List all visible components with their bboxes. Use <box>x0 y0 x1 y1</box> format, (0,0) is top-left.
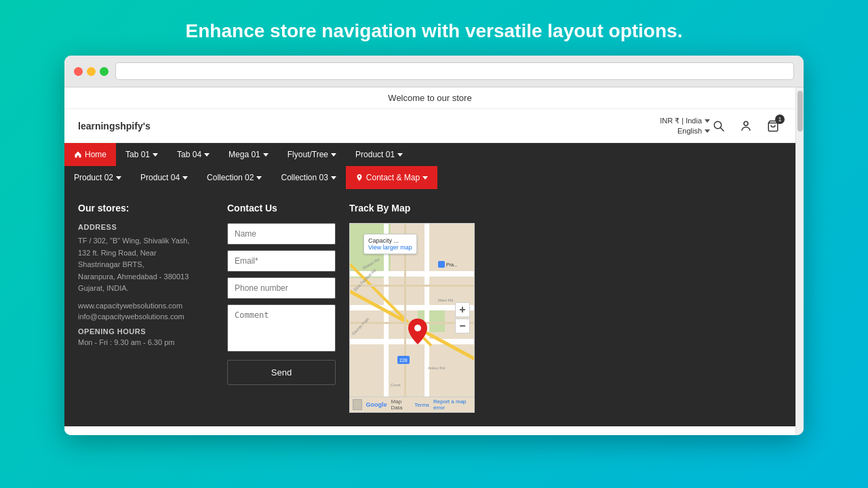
welcome-bar: Welcome to our store <box>64 87 795 109</box>
nav-contact-map-chevron-icon <box>422 176 428 180</box>
nav-tab01[interactable]: Tab 01 <box>116 143 167 166</box>
contact-form-title: Contact Us <box>227 203 336 214</box>
svg-text:Pra...: Pra... <box>446 262 458 267</box>
nav-product02[interactable]: Product 02 <box>64 166 131 189</box>
address-bar[interactable] <box>115 62 794 80</box>
close-dot[interactable] <box>74 67 83 76</box>
page-headline: Enhance store navigation with versatile … <box>186 20 683 42</box>
map-zoom-in-button[interactable]: + <box>455 302 470 317</box>
comment-input[interactable] <box>227 304 336 352</box>
scrollbar-thumb[interactable] <box>797 91 803 131</box>
svg-text:Ankur Rd: Ankur Rd <box>428 366 445 370</box>
contact-form-section: Contact Us Send <box>214 203 349 413</box>
header-icons: 1 <box>710 117 782 135</box>
send-button[interactable]: Send <box>227 360 336 385</box>
map-title: Track By Map <box>349 203 782 214</box>
nav-tab04-chevron-icon <box>204 153 210 157</box>
nav-product04[interactable]: Product 04 <box>131 166 197 189</box>
nav-mega01-label: Mega 01 <box>229 150 260 159</box>
svg-text:Main Rd: Main Rd <box>438 298 453 302</box>
browser-traffic-lights <box>74 67 108 76</box>
nav-tab01-chevron-icon <box>153 153 158 157</box>
nav-flyout-label: Flyout/Tree <box>288 150 328 159</box>
nav-flyout-chevron-icon <box>331 153 336 157</box>
currency-row[interactable]: INR ₹ | India <box>660 117 710 125</box>
nav-mega01[interactable]: Mega 01 <box>219 143 278 166</box>
nav-product04-chevron-icon <box>182 176 188 180</box>
map-tooltip-title: Capacity ... <box>368 237 399 244</box>
report-error-link[interactable]: Report a map error <box>433 399 471 411</box>
nav-product04-label: Product 04 <box>140 173 180 182</box>
website-link[interactable]: www.capacitywebsolutions.com <box>78 302 200 310</box>
page-content: Welcome to our store learningshpify's IN… <box>64 87 795 435</box>
map-data-label: Map Data <box>391 399 411 411</box>
account-button[interactable] <box>737 117 755 135</box>
nav-product02-label: Product 02 <box>74 173 113 182</box>
svg-text:228: 228 <box>399 358 408 363</box>
language-label: English <box>677 127 702 135</box>
stores-section: Our stores: ADDRESS TF / 302, "B" Wing, … <box>78 203 214 413</box>
currency-chevron-icon <box>705 119 710 123</box>
address-label: ADDRESS <box>78 223 200 231</box>
map-container[interactable]: Shastri Rd Main Rd Gaurav Path Ekta Fest… <box>349 223 475 413</box>
map-controls: + − <box>455 302 470 333</box>
nav-tab04-label: Tab 04 <box>177 150 201 159</box>
google-logo: Google <box>366 401 387 408</box>
minimize-dot[interactable] <box>87 67 96 76</box>
nav-bar-row2: Product 02 Product 04 Collection 02 Coll… <box>64 166 795 189</box>
svg-point-24 <box>414 325 421 331</box>
browser-toolbar <box>64 56 804 87</box>
hours-text: Mon - Fri : 9.30 am - 6.30 pm <box>78 338 200 346</box>
stores-title: Our stores: <box>78 203 200 214</box>
svg-point-2 <box>744 121 748 125</box>
cart-button[interactable]: 1 <box>764 117 782 135</box>
view-larger-map-link[interactable]: View larger map <box>368 244 412 251</box>
phone-input[interactable] <box>227 277 336 299</box>
search-button[interactable] <box>710 117 728 135</box>
store-logo: learningshpify's <box>78 121 151 131</box>
email-input[interactable] <box>227 250 336 272</box>
email-link[interactable]: info@capacitywebsolutions.com <box>78 312 200 321</box>
nav-collection03[interactable]: Collection 03 <box>271 166 345 189</box>
nav-collection02[interactable]: Collection 02 <box>197 166 271 189</box>
maximize-dot[interactable] <box>100 67 108 76</box>
nav-collection02-label: Collection 02 <box>207 173 254 182</box>
store-page: Welcome to our store learningshpify's IN… <box>64 87 795 435</box>
scrollbar-track <box>795 87 804 435</box>
map-footer: Google Map Data Terms Report a map error <box>350 396 474 412</box>
nav-bar-row1: Home Tab 01 Tab 04 Mega 01 <box>64 143 795 166</box>
svg-rect-9 <box>350 339 475 344</box>
map-section: Track By Map <box>349 203 782 413</box>
contact-dropdown-panel: Our stores: ADDRESS TF / 302, "B" Wing, … <box>64 189 795 426</box>
map-tooltip: Capacity ... View larger map <box>363 234 417 254</box>
cart-badge: 1 <box>775 115 785 124</box>
nav-collection02-chevron-icon <box>256 176 262 180</box>
nav-tab04[interactable]: Tab 04 <box>167 143 219 166</box>
language-row[interactable]: English <box>677 127 710 135</box>
nav-tab01-label: Tab 01 <box>125 150 150 159</box>
svg-line-1 <box>720 127 724 131</box>
nav-product01-label: Product 01 <box>355 150 395 159</box>
svg-rect-21 <box>438 261 445 268</box>
currency-selector[interactable]: INR ₹ | India English <box>660 117 710 135</box>
map-zoom-out-button[interactable]: − <box>455 319 470 333</box>
nav-flyout[interactable]: Flyout/Tree <box>278 143 346 166</box>
currency-label: INR ₹ | India <box>660 117 702 125</box>
hours-label: OPENING HOURS <box>78 327 200 336</box>
svg-point-0 <box>714 121 722 129</box>
language-chevron-icon <box>705 129 710 133</box>
nav-product01-chevron-icon <box>397 153 403 157</box>
store-header: learningshpify's INR ₹ | India English <box>64 109 795 143</box>
svg-rect-11 <box>425 224 429 399</box>
nav-collection03-chevron-icon <box>331 176 336 180</box>
nav-product01[interactable]: Product 01 <box>346 143 412 166</box>
nav-product02-chevron-icon <box>116 176 121 180</box>
nav-mega01-chevron-icon <box>263 153 269 157</box>
nav-home[interactable]: Home <box>64 143 116 166</box>
nav-contact-map[interactable]: Contact & Map <box>346 166 437 189</box>
name-input[interactable] <box>227 223 336 245</box>
nav-collection03-label: Collection 03 <box>281 173 328 182</box>
map-terms-link[interactable]: Terms <box>414 402 429 408</box>
svg-rect-14 <box>350 285 475 287</box>
map-thumbnail <box>353 399 362 410</box>
